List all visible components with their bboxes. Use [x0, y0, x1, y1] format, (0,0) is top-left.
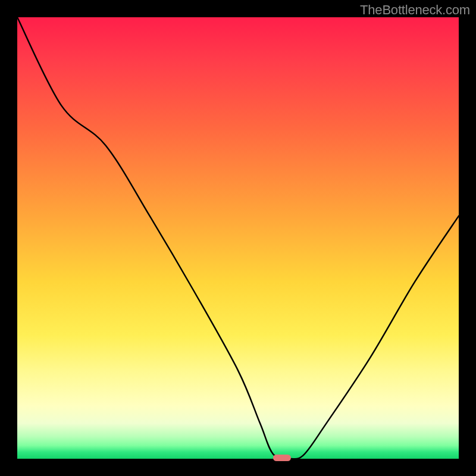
attribution-text: TheBottleneck.com — [360, 2, 470, 18]
chart-plot-area — [17, 17, 459, 459]
bottleneck-curve — [17, 17, 459, 459]
chart-frame: TheBottleneck.com — [0, 0, 476, 476]
optimal-marker — [273, 455, 291, 461]
